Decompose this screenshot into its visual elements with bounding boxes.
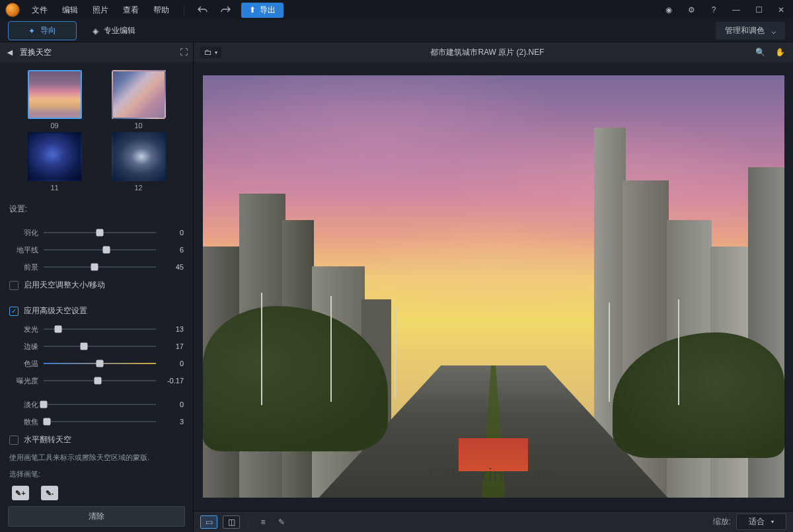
- slider-label-边缘: 边缘: [9, 342, 38, 352]
- slider-value-淡化: 0: [161, 400, 184, 408]
- sky-thumb-12[interactable]: [112, 132, 166, 181]
- redo-icon[interactable]: [219, 3, 232, 17]
- help-icon[interactable]: ?: [707, 3, 720, 17]
- slider-label-发光: 发光: [9, 324, 38, 334]
- zoom-tool-icon[interactable]: 🔍: [753, 46, 767, 59]
- settings-header: 设置:: [9, 204, 184, 215]
- slider-发光[interactable]: [44, 323, 156, 335]
- slider-曝光度[interactable]: [44, 375, 156, 387]
- sky-thumb-11[interactable]: [28, 132, 82, 181]
- sky-thumb-label: 11: [50, 184, 58, 192]
- slider-label-淡化: 淡化: [9, 400, 38, 410]
- slider-羽化[interactable]: [44, 227, 156, 239]
- mode-toolbar: ✦ 导向 ◈ 专业编辑 管理和调色 ⌵: [0, 20, 793, 42]
- menu-view[interactable]: 查看: [120, 3, 141, 17]
- flip-horizontal-label: 水平翻转天空: [24, 434, 71, 445]
- filename-label: 都市建筑城市RAW 原片 (2).NEF: [228, 47, 747, 58]
- notification-icon[interactable]: ◉: [662, 3, 675, 17]
- sky-thumb-label: 12: [134, 184, 142, 192]
- slider-label-羽化: 羽化: [9, 228, 38, 238]
- slider-label-色温: 色温: [9, 359, 38, 369]
- slider-value-羽化: 0: [161, 229, 184, 237]
- manage-label: 管理和调色: [725, 25, 765, 36]
- enable-resize-checkbox[interactable]: [9, 281, 19, 290]
- flip-horizontal-row: 水平翻转天空: [0, 430, 193, 449]
- pan-tool-icon[interactable]: ✋: [773, 46, 786, 59]
- canvas-area[interactable]: 52fanxing.com: [194, 62, 793, 511]
- export-label: 导出: [260, 5, 276, 16]
- folder-dropdown[interactable]: 🗀 ▾: [200, 46, 221, 58]
- advanced-settings-checkbox[interactable]: ✓: [9, 307, 19, 316]
- enable-resize-move-row: 启用天空调整大小/移动: [0, 276, 193, 295]
- close-icon[interactable]: ✕: [774, 3, 788, 17]
- undo-icon[interactable]: [196, 3, 209, 17]
- divider: [248, 517, 248, 527]
- view-single-button[interactable]: ▭: [200, 515, 217, 529]
- menu-edit[interactable]: 编辑: [59, 3, 81, 17]
- titlebar: 文件 编辑 照片 查看 帮助 ⬆ 导出 ◉ ⚙ ? — ☐ ✕: [0, 0, 793, 20]
- sky-thumb-10[interactable]: [112, 70, 166, 119]
- slider-value-散焦: 3: [161, 418, 184, 426]
- slider-value-色温: 0: [161, 360, 184, 367]
- slider-前景[interactable]: [44, 261, 156, 273]
- menu-photo[interactable]: 照片: [90, 3, 111, 17]
- guided-mode-button[interactable]: ✦ 导向: [8, 21, 77, 40]
- sky-thumbnail-grid: 09101112: [0, 67, 193, 200]
- brush-icon[interactable]: ✎: [275, 515, 288, 529]
- pro-edit-button[interactable]: ◈ 专业编辑: [93, 25, 135, 36]
- slider-value-地平线: 6: [161, 246, 184, 254]
- slider-value-曝光度: -0.17: [161, 377, 184, 385]
- back-arrow-icon[interactable]: ◄: [5, 47, 15, 57]
- slider-value-边缘: 17: [161, 342, 184, 350]
- bottom-bar: ▭ ◫ ≡ ✎ 缩放: 适合 ▾: [194, 511, 793, 532]
- enable-resize-label: 启用天空调整大小/移动: [24, 280, 105, 291]
- manage-dropdown[interactable]: 管理和调色 ⌵: [716, 22, 785, 40]
- minimize-icon[interactable]: —: [730, 3, 743, 17]
- flip-horizontal-checkbox[interactable]: [9, 436, 19, 445]
- menu-file[interactable]: 文件: [29, 3, 50, 17]
- sky-thumb-09[interactable]: [28, 70, 82, 119]
- advanced-settings-label: 应用高级天空设置: [24, 305, 87, 317]
- slider-label-地平线: 地平线: [9, 245, 38, 255]
- export-button[interactable]: ⬆ 导出: [241, 3, 283, 18]
- slider-label-前景: 前景: [9, 262, 38, 272]
- sky-thumb-label: 09: [50, 122, 58, 130]
- slider-色温[interactable]: [44, 358, 156, 369]
- slider-边缘[interactable]: [44, 340, 156, 352]
- brush-erase-button[interactable]: ✎-: [41, 486, 58, 500]
- upload-icon: ⬆: [249, 5, 256, 15]
- zoom-value: 适合: [749, 516, 765, 527]
- advanced-settings-row: ✓ 应用高级天空设置: [0, 301, 193, 321]
- slider-label-散焦: 散焦: [9, 417, 38, 427]
- panel-header: ◄ 置换天空 ⛶: [0, 42, 193, 62]
- slider-label-曝光度: 曝光度: [9, 376, 38, 386]
- clear-button[interactable]: 清除: [8, 506, 185, 527]
- watermark-text: 52fanxing.com: [429, 465, 558, 486]
- zoom-label: 缩放:: [713, 516, 731, 527]
- menu-help[interactable]: 帮助: [151, 3, 172, 17]
- view-split-button[interactable]: ◫: [223, 515, 240, 529]
- sky-thumb-label: 10: [134, 122, 142, 130]
- brush-add-button[interactable]: ✎+: [12, 486, 29, 500]
- slider-地平线[interactable]: [44, 244, 156, 256]
- zoom-dropdown[interactable]: 适合 ▾: [736, 513, 786, 530]
- preview-image: 52fanxing.com: [203, 75, 784, 498]
- slider-value-发光: 13: [161, 325, 184, 333]
- layers-icon: ◈: [93, 26, 98, 36]
- slider-淡化[interactable]: [44, 399, 156, 410]
- sky-replace-panel: ◄ 置换天空 ⛶ 09101112 设置: 羽化 0地平线 6前景 45 启用天…: [0, 42, 194, 532]
- chevron-down-icon: ▾: [771, 519, 774, 525]
- folder-icon: 🗀: [204, 48, 212, 57]
- popout-icon[interactable]: ⛶: [180, 48, 188, 57]
- slider-value-前景: 45: [161, 263, 184, 271]
- histogram-icon[interactable]: ≡: [256, 515, 270, 529]
- divider: [184, 5, 184, 15]
- app-logo: [5, 3, 20, 17]
- guided-mode-label: 导向: [40, 25, 56, 36]
- maximize-icon[interactable]: ☐: [752, 3, 765, 17]
- settings-icon[interactable]: ⚙: [685, 3, 698, 17]
- image-toolbar: 🗀 ▾ 都市建筑城市RAW 原片 (2).NEF 🔍 ✋: [194, 42, 793, 62]
- select-brush-label: 选择画笔:: [0, 466, 193, 482]
- pro-edit-label: 专业编辑: [104, 25, 135, 36]
- slider-散焦[interactable]: [44, 416, 156, 428]
